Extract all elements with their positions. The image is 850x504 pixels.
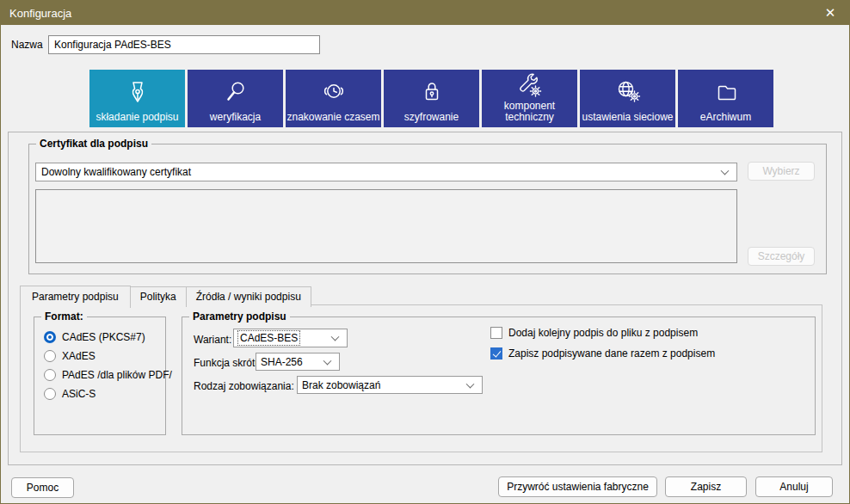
nav-button-technical-component[interactable]: komponent techniczny: [482, 70, 577, 127]
nav-button-network-settings[interactable]: ustawienia sieciowe: [580, 70, 675, 127]
padlock-icon: [417, 70, 447, 112]
name-label: Nazwa: [11, 39, 43, 51]
wrench-gear-icon: [515, 69, 545, 101]
nav-label: znakowanie czasem: [286, 112, 379, 123]
nav-button-verification[interactable]: weryfikacja: [188, 70, 283, 127]
nav-button-signing[interactable]: składanie podpisu: [89, 70, 185, 127]
certificate-select-value: Dowolny kwalifikowany certyfikat: [41, 166, 191, 178]
window-title: Konfiguracja: [1, 7, 71, 20]
certificate-list[interactable]: [35, 189, 737, 263]
magnifier-icon: [221, 70, 250, 112]
settings-tabs: Parametry podpisu Polityka Źródła / wyni…: [20, 286, 311, 307]
cancel-button[interactable]: Anuluj: [755, 476, 833, 497]
pen-nib-icon: [123, 70, 152, 112]
section-toolbar: składanie podpisu weryfikacja znakowanie…: [89, 70, 773, 127]
help-button[interactable]: Pomoc: [11, 477, 74, 498]
certificate-select[interactable]: Dowolny kwalifikowany certyfikat: [35, 163, 737, 181]
tab-policy[interactable]: Polityka: [131, 286, 187, 307]
configuration-name-input[interactable]: [48, 35, 320, 54]
watch-icon: [319, 70, 348, 112]
nav-label: komponent techniczny: [482, 101, 577, 123]
choose-certificate-button[interactable]: Wybierz: [748, 162, 815, 181]
restore-defaults-button[interactable]: Przywróć ustawienia fabryczne: [498, 476, 657, 497]
nav-label: weryfikacja: [210, 112, 261, 123]
nav-label: eArchiwum: [700, 112, 751, 123]
nav-button-earchive[interactable]: eArchiwum: [678, 70, 773, 127]
signature-parameters-tab-panel: [20, 304, 822, 452]
folder-icon: [711, 70, 741, 112]
title-bar: Konfiguracja ✕: [1, 1, 849, 25]
tab-sources-results[interactable]: Źródła / wyniki podpisu: [187, 286, 311, 307]
nav-label: składanie podpisu: [95, 112, 178, 123]
tab-signature-parameters[interactable]: Parametry podpisu: [20, 286, 131, 308]
save-button[interactable]: Zapisz: [665, 476, 747, 497]
nav-label: ustawienia sieciowe: [582, 112, 673, 123]
nav-button-encryption[interactable]: szyfrowanie: [384, 70, 479, 127]
nav-label: szyfrowanie: [404, 112, 459, 123]
nav-button-timestamping[interactable]: znakowanie czasem: [286, 70, 381, 127]
certificate-group-title: Certyfikat dla podpisu: [36, 138, 151, 150]
chevron-down-icon: [721, 167, 730, 175]
globe-gear-icon: [613, 70, 643, 112]
certificate-details-button[interactable]: Szczegóły: [748, 247, 815, 266]
configuration-dialog: Konfiguracja ✕ Nazwa składanie podpisu w…: [0, 0, 850, 504]
close-icon[interactable]: ✕: [816, 1, 844, 25]
